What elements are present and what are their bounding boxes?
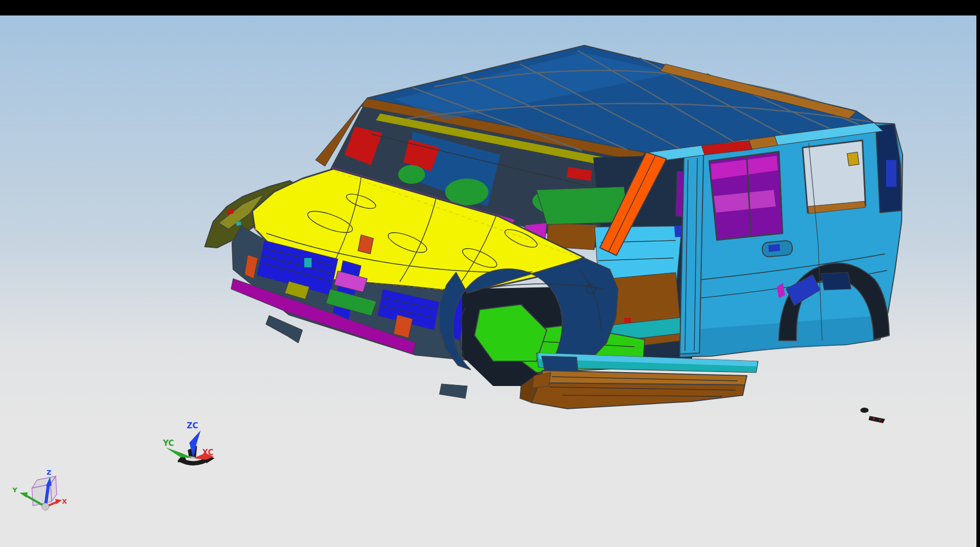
csys-y-label: Y	[12, 486, 18, 494]
csys-x-axis	[55, 499, 62, 504]
front-lower-valance	[439, 384, 467, 398]
csys-x-label: X	[62, 497, 67, 505]
application-window: ZC YC XC Z Y X	[0, 0, 980, 547]
door-handle	[762, 240, 793, 258]
absolute-csys[interactable]: Z Y X	[12, 469, 67, 510]
front-lower-bracket	[266, 316, 302, 343]
wcs-y-label: YC	[162, 439, 174, 448]
b-pillar	[680, 154, 704, 354]
csys-z-label: Z	[46, 469, 51, 476]
top-black-bar	[0, 0, 980, 15]
detached-parts[interactable]	[860, 408, 885, 423]
rear-door-window	[709, 152, 782, 240]
graphics-viewport[interactable]: ZC YC XC Z Y X	[0, 15, 976, 547]
wcs-triad[interactable]: ZC YC XC	[162, 421, 215, 465]
car-body-model[interactable]	[205, 45, 903, 409]
wcs-z-label: ZC	[187, 421, 198, 430]
wcs-x-label: XC	[202, 448, 214, 457]
3d-scene[interactable]: ZC YC XC Z Y X	[0, 15, 976, 547]
body-side	[680, 123, 903, 357]
right-black-bar	[976, 0, 980, 547]
